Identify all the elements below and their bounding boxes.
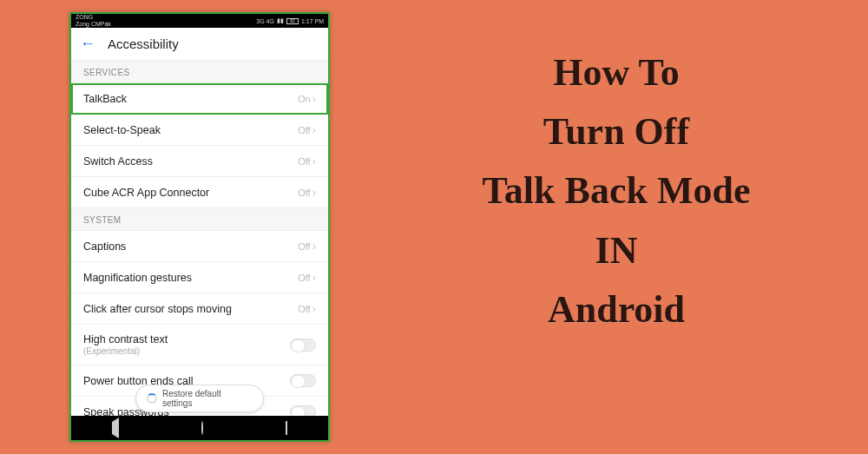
section-system: SYSTEM — [71, 208, 328, 231]
row-value: Off — [298, 156, 310, 167]
toast-restore-defaults[interactable]: Restore default settings — [135, 385, 264, 412]
row-switch-access[interactable]: Switch Access Off › — [71, 146, 328, 177]
toggle-switch[interactable] — [290, 339, 316, 352]
nav-back-button[interactable] — [112, 422, 119, 434]
row-click-cursor[interactable]: Click after cursor stops moving Off › — [71, 293, 328, 325]
section-services: SERVICES — [71, 61, 328, 83]
square-recent-icon — [286, 421, 287, 435]
headline-line: How To — [399, 43, 833, 102]
chevron-right-icon: › — [312, 240, 316, 253]
row-label: Cube ACR App Connector — [83, 187, 209, 199]
battery-icon: 82 — [286, 18, 299, 24]
carrier-block: ZONG Zong CMPak — [76, 14, 111, 28]
signal-icon: ▮▮ — [277, 17, 284, 24]
spinner-icon — [147, 393, 157, 404]
circle-home-icon — [201, 421, 203, 435]
row-label: Captions — [83, 240, 126, 253]
sub-carrier-label: Zong CMPak — [76, 21, 111, 28]
status-right: 3G 4G ▮▮ 82 1:17 PM — [256, 17, 324, 24]
chevron-right-icon: › — [312, 186, 316, 199]
headline-line: Turn Off — [399, 102, 833, 161]
nav-home-button[interactable] — [201, 422, 203, 434]
headline-text: How To Turn Off Talk Back Mode IN Androi… — [399, 43, 833, 339]
row-label: Click after cursor stops moving — [83, 303, 232, 315]
carrier-label: ZONG — [76, 14, 111, 21]
row-value: Off — [298, 188, 310, 198]
row-label: Magnification gestures — [83, 272, 192, 284]
headline-line: Talk Back Mode — [399, 161, 833, 220]
row-talkback[interactable]: TalkBack On › — [71, 83, 328, 115]
row-label: Select-to-Speak — [83, 124, 161, 136]
row-value: On — [298, 94, 311, 104]
row-label: Switch Access — [83, 155, 153, 168]
app-bar: ← Accessibility — [71, 28, 328, 61]
row-value: Off — [298, 304, 310, 314]
page-title: Accessibility — [108, 36, 179, 51]
row-value: Off — [298, 125, 310, 135]
row-label: TalkBack — [83, 93, 127, 105]
triangle-back-icon — [112, 418, 119, 438]
row-value: Off — [298, 273, 310, 283]
toggle-switch[interactable] — [290, 405, 316, 416]
row-cube-acr[interactable]: Cube ACR App Connector Off › — [71, 177, 328, 208]
headline-line: IN — [399, 221, 833, 280]
back-arrow-icon[interactable]: ← — [80, 35, 95, 53]
toggle-switch[interactable] — [290, 374, 316, 387]
settings-list[interactable]: SERVICES TalkBack On › Select-to-Speak O… — [71, 61, 328, 416]
row-label: High contrast text — [83, 333, 168, 345]
network-label: 3G 4G — [256, 18, 274, 24]
chevron-right-icon: › — [312, 123, 316, 136]
chevron-right-icon: › — [312, 155, 316, 168]
chevron-right-icon: › — [312, 271, 316, 284]
row-captions[interactable]: Captions Off › — [71, 231, 328, 262]
phone-frame: ZONG Zong CMPak 3G 4G ▮▮ 82 1:17 PM ← Ac… — [69, 12, 330, 442]
chevron-right-icon: › — [312, 92, 316, 105]
row-sublabel: (Experimental) — [83, 346, 168, 356]
clock-label: 1:17 PM — [301, 18, 324, 24]
nav-recent-button[interactable] — [286, 422, 287, 434]
chevron-right-icon: › — [312, 302, 316, 315]
row-magnification[interactable]: Magnification gestures Off › — [71, 262, 328, 293]
nav-bar — [71, 416, 328, 440]
row-high-contrast[interactable]: High contrast text (Experimental) — [71, 325, 328, 365]
row-select-to-speak[interactable]: Select-to-Speak Off › — [71, 115, 328, 146]
row-value: Off — [298, 241, 310, 252]
status-bar: ZONG Zong CMPak 3G 4G ▮▮ 82 1:17 PM — [71, 14, 328, 28]
toast-label: Restore default settings — [162, 389, 253, 408]
headline-line: Android — [399, 280, 833, 339]
